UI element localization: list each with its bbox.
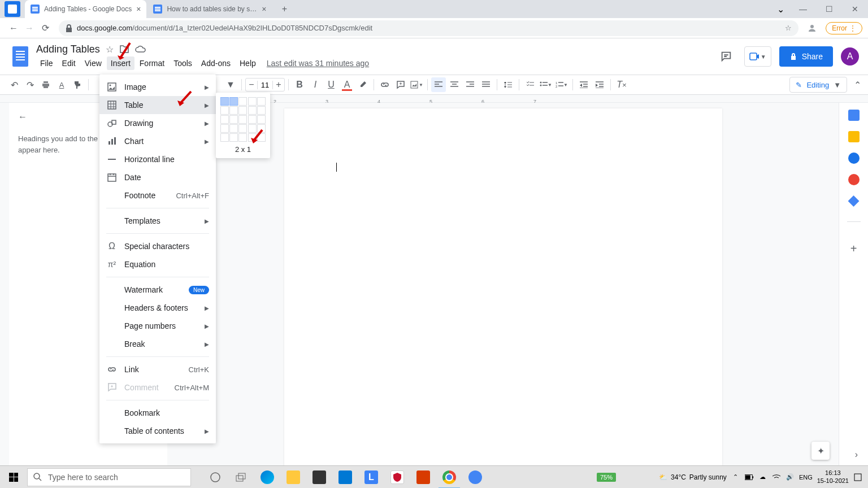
edge-button[interactable]: [254, 466, 280, 489]
taskbar-search-input[interactable]: Type here to search: [27, 468, 191, 486]
vertical-ruler[interactable]: [0, 103, 9, 465]
move-icon[interactable]: [119, 45, 129, 54]
start-button[interactable]: [2, 466, 25, 489]
menu-file[interactable]: File: [36, 56, 57, 70]
language-indicator[interactable]: ENG: [799, 474, 813, 481]
star-icon[interactable]: ☆: [106, 44, 114, 55]
browser-tab-inactive[interactable]: How to add tables side by side in ×: [147, 0, 272, 18]
numbered-list-button[interactable]: 12▼: [554, 77, 569, 92]
table-grid-cell[interactable]: [257, 124, 266, 133]
underline-button[interactable]: U: [324, 77, 338, 92]
close-icon[interactable]: ×: [136, 5, 141, 14]
close-icon[interactable]: ×: [262, 5, 266, 14]
menu-item-watermark[interactable]: WatermarkNew: [99, 281, 216, 299]
last-edit-link[interactable]: Last edit was 31 minutes ago: [267, 59, 369, 68]
cortana-button[interactable]: [202, 466, 228, 489]
error-button[interactable]: Error ⋮: [826, 22, 862, 34]
table-grid-cell[interactable]: [257, 106, 266, 115]
align-right-button[interactable]: [463, 77, 478, 92]
insert-image-button[interactable]: ▼: [409, 77, 424, 92]
table-grid-cell[interactable]: [220, 133, 229, 142]
menu-help[interactable]: Help: [236, 56, 260, 70]
table-grid-cell[interactable]: [229, 124, 238, 133]
paint-format-button[interactable]: [70, 77, 85, 92]
print-button[interactable]: [38, 77, 53, 92]
notifications-icon[interactable]: [853, 473, 862, 482]
comments-button[interactable]: [716, 46, 736, 67]
table-grid-cell[interactable]: [229, 115, 238, 124]
table-grid-cell[interactable]: [248, 115, 257, 124]
highlight-button[interactable]: [355, 77, 370, 92]
mail-button[interactable]: [332, 466, 358, 489]
menu-item-break[interactable]: Break▶: [99, 335, 216, 353]
align-center-button[interactable]: [447, 77, 462, 92]
reload-button[interactable]: ⟳: [37, 20, 53, 36]
share-button[interactable]: Share: [779, 46, 833, 67]
spellcheck-button[interactable]: A: [54, 77, 69, 92]
menu-insert[interactable]: Insert: [107, 56, 134, 70]
chevron-up-icon[interactable]: ⌃: [731, 473, 740, 482]
onedrive-icon[interactable]: ☁: [758, 473, 767, 482]
redo-button[interactable]: ↷: [23, 77, 37, 92]
contacts-icon[interactable]: [848, 174, 860, 185]
table-grid-picker[interactable]: [220, 97, 266, 142]
table-grid-cell[interactable]: [248, 97, 257, 106]
mcafee-button[interactable]: [384, 466, 410, 489]
menu-item-horizontal-line[interactable]: Horizontal line: [99, 150, 216, 168]
table-grid-cell[interactable]: [238, 106, 247, 115]
table-grid-cell[interactable]: [220, 124, 229, 133]
battery-indicator[interactable]: 75%: [597, 473, 616, 482]
menu-item-page-numbers[interactable]: Page numbers▶: [99, 317, 216, 335]
battery-icon[interactable]: [745, 473, 754, 482]
url-input[interactable]: docs.google.com/document/d/1a_Izter02Ued…: [59, 20, 798, 36]
calendar-icon[interactable]: [848, 110, 860, 121]
document-title[interactable]: Adding Tables: [36, 43, 100, 55]
table-grid-cell[interactable]: [220, 97, 229, 106]
new-tab-button[interactable]: +: [276, 1, 292, 17]
table-grid-cell[interactable]: [248, 124, 257, 133]
explorer-button[interactable]: [280, 466, 306, 489]
menu-item-date[interactable]: Date: [99, 168, 216, 186]
cloud-saved-icon[interactable]: [135, 45, 146, 53]
line-spacing-button[interactable]: [501, 77, 515, 92]
forward-button[interactable]: →: [21, 20, 37, 36]
menu-item-table[interactable]: Table▶: [99, 96, 216, 114]
clear-formatting-button[interactable]: T×: [614, 77, 629, 92]
table-grid-cell[interactable]: [257, 133, 266, 142]
table-grid-cell[interactable]: [257, 97, 266, 106]
bookmark-star-icon[interactable]: ☆: [785, 24, 792, 32]
decrease-indent-button[interactable]: [576, 77, 591, 92]
menu-item-image[interactable]: Image▶: [99, 78, 216, 96]
font-dropdown-arrow[interactable]: ▼: [223, 77, 238, 92]
menu-item-link[interactable]: LinkCtrl+K: [99, 360, 216, 378]
font-size-value[interactable]: 11: [257, 81, 273, 89]
docs-logo[interactable]: [9, 45, 32, 68]
table-grid-cell[interactable]: [229, 97, 238, 106]
table-grid-cell[interactable]: [248, 106, 257, 115]
menu-item-drawing[interactable]: Drawing▶: [99, 114, 216, 132]
account-avatar[interactable]: A: [841, 47, 859, 66]
undo-button[interactable]: ↶: [7, 77, 21, 92]
expand-side-panel-button[interactable]: ›: [855, 450, 858, 460]
window-minimize-button[interactable]: —: [790, 0, 816, 18]
menu-item-special-characters[interactable]: ΩSpecial characters: [99, 237, 216, 255]
menu-edit[interactable]: Edit: [58, 56, 80, 70]
wifi-icon[interactable]: [772, 473, 781, 482]
app-button[interactable]: [462, 466, 488, 489]
table-grid-cell[interactable]: [248, 133, 257, 142]
bold-button[interactable]: B: [292, 77, 307, 92]
table-grid-cell[interactable]: [238, 115, 247, 124]
maps-icon[interactable]: [848, 195, 860, 207]
menu-item-table-of-contents[interactable]: Table of contents▶: [99, 422, 216, 440]
menu-addons[interactable]: Add-ons: [197, 56, 235, 70]
align-left-button[interactable]: [431, 77, 446, 92]
browser-tab-active[interactable]: Adding Tables - Google Docs ×: [25, 0, 146, 18]
back-button[interactable]: ←: [6, 20, 21, 36]
table-grid-cell[interactable]: [220, 106, 229, 115]
app-button[interactable]: L: [358, 466, 384, 489]
store-button[interactable]: [306, 466, 332, 489]
weather-widget[interactable]: ⛅ 34°C Partly sunny: [659, 473, 727, 481]
office-button[interactable]: [410, 466, 436, 489]
keep-icon[interactable]: [848, 131, 860, 142]
window-maximize-button[interactable]: ☐: [816, 0, 842, 18]
